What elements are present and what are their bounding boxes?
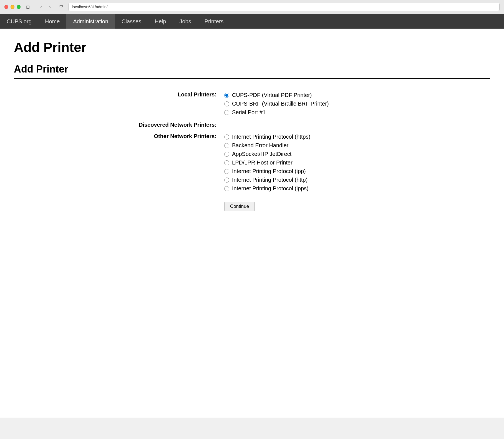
page-title: Add Printer [14,40,490,55]
browser-chrome: ⊡ ‹ › 🛡 [0,0,504,14]
other-network-options: Internet Printing Protocol (https) Backe… [221,130,490,213]
other-network-label: Other Network Printers: [14,130,221,213]
discovered-printers-label: Discovered Network Printers: [14,119,221,130]
continue-button[interactable]: Continue [224,202,255,211]
discovered-printers-row: Discovered Network Printers: [14,119,490,130]
discovered-printers-options [221,119,490,130]
radio-row-serial-port: Serial Port #1 [224,108,487,117]
nav-help[interactable]: Help [148,14,173,29]
radio-ipp-https[interactable] [224,134,229,139]
traffic-lights [4,5,21,9]
radio-backend-error[interactable] [224,143,229,148]
label-ipp-http[interactable]: Internet Printing Protocol (http) [232,177,308,183]
close-button[interactable] [4,5,8,9]
section-title: Add Printer [14,63,490,79]
cups-navbar: CUPS.org Home Administration Classes Hel… [0,14,504,29]
local-printers-options: CUPS-PDF (Virtual PDF Printer) CUPS-BRF … [221,89,490,119]
nav-printers[interactable]: Printers [198,14,230,29]
label-serial-port[interactable]: Serial Port #1 [232,109,266,116]
nav-buttons: ‹ › [37,3,54,11]
radio-row-cups-pdf: CUPS-PDF (Virtual PDF Printer) [224,91,487,99]
radio-row-cups-brf: CUPS-BRF (Virtual Braille BRF Printer) [224,99,487,108]
radio-appsocket[interactable] [224,152,229,157]
forward-button[interactable]: › [46,3,54,11]
address-bar[interactable] [68,3,500,11]
minimize-button[interactable] [11,5,14,9]
local-printers-row: Local Printers: CUPS-PDF (Virtual PDF Pr… [14,89,490,119]
radio-cups-pdf[interactable] [224,93,229,98]
radio-cups-brf[interactable] [224,101,229,106]
radio-row-lpd-lpr: LPD/LPR Host or Printer [224,158,487,167]
label-ipp-https[interactable]: Internet Printing Protocol (https) [232,134,310,140]
radio-row-ipp-ipps: Internet Printing Protocol (ipps) [224,184,487,193]
radio-ipp-ipp[interactable] [224,169,229,174]
radio-row-backend-error: Backend Error Handler [224,141,487,150]
browser-toolbar: ⊡ ‹ › 🛡 [0,0,504,14]
main-content: Add Printer Add Printer Local Printers: … [0,29,504,418]
nav-classes[interactable]: Classes [115,14,148,29]
label-cups-brf[interactable]: CUPS-BRF (Virtual Braille BRF Printer) [232,101,329,107]
radio-lpd-lpr[interactable] [224,160,229,165]
sidebar-toggle-button[interactable]: ⊡ [24,3,32,11]
back-button[interactable]: ‹ [37,3,45,11]
radio-serial-port[interactable] [224,110,229,115]
radio-row-appsocket: AppSocket/HP JetDirect [224,150,487,158]
label-cups-pdf[interactable]: CUPS-PDF (Virtual PDF Printer) [232,92,312,98]
radio-row-ipp-https: Internet Printing Protocol (https) [224,133,487,141]
label-backend-error[interactable]: Backend Error Handler [232,142,288,149]
radio-ipp-http[interactable] [224,178,229,183]
nav-home[interactable]: Home [38,14,66,29]
nav-cups-org[interactable]: CUPS.org [0,14,38,29]
maximize-button[interactable] [17,5,21,9]
radio-row-ipp-http: Internet Printing Protocol (http) [224,176,487,184]
shield-icon: 🛡 [57,3,65,11]
label-appsocket[interactable]: AppSocket/HP JetDirect [232,151,291,157]
nav-jobs[interactable]: Jobs [173,14,198,29]
other-network-row: Other Network Printers: Internet Printin… [14,130,490,213]
radio-ipp-ipps[interactable] [224,186,229,191]
printer-form: Local Printers: CUPS-PDF (Virtual PDF Pr… [14,89,490,213]
label-ipp-ipps[interactable]: Internet Printing Protocol (ipps) [232,185,309,192]
label-lpd-lpr[interactable]: LPD/LPR Host or Printer [232,159,293,166]
nav-administration[interactable]: Administration [66,14,115,29]
radio-row-ipp-ipp: Internet Printing Protocol (ipp) [224,167,487,176]
label-ipp-ipp[interactable]: Internet Printing Protocol (ipp) [232,168,306,174]
local-printers-label: Local Printers: [14,89,221,119]
